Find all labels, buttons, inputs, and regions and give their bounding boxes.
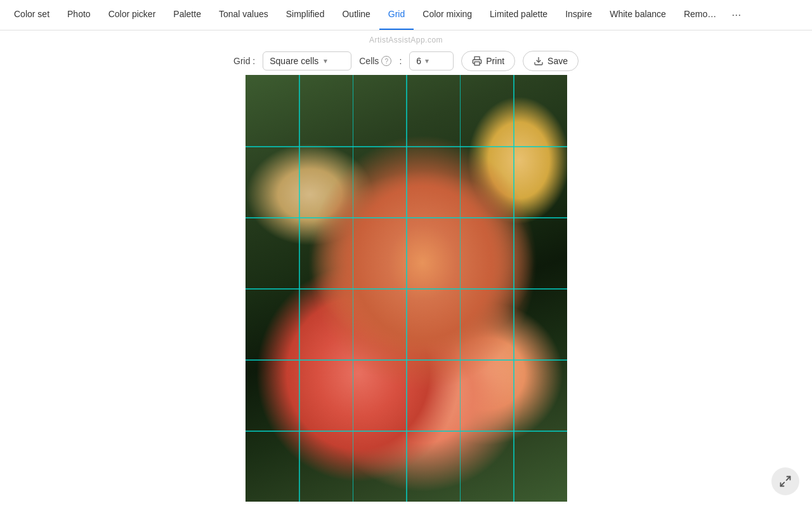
print-button[interactable]: Print [461,51,515,71]
chevron-down-icon: ▾ [324,57,327,65]
nav-item-grid[interactable]: Grid [379,0,414,30]
fullscreen-icon [779,475,792,488]
nav-item-photo[interactable]: Photo [58,0,100,30]
nav-item-tonal-values[interactable]: Tonal values [210,0,277,30]
nav-item-color-picker[interactable]: Color picker [100,0,165,30]
save-button[interactable]: Save [523,51,579,71]
nav-item-simplified[interactable]: Simplified [277,0,334,30]
grid-label: Grid : [233,56,255,66]
nav-item-color-set[interactable]: Color set [5,0,58,30]
svg-rect-0 [475,62,480,65]
photo-image [246,75,567,502]
nav-item-color-mixing[interactable]: Color mixing [414,0,481,30]
cells-value: 6 [416,56,421,66]
toolbar: Grid : Square cells ▾ Cells ? : 6 ▾ Prin… [233,51,579,71]
nav-more-button[interactable]: ··· [725,0,747,30]
nav-item-remove[interactable]: Remo… [675,0,725,30]
grid-type-value: Square cells [270,56,318,66]
grid-type-select[interactable]: Square cells ▾ [263,51,351,70]
image-container [0,75,812,502]
nav-item-limited-palette[interactable]: Limited palette [481,0,556,30]
cells-help-icon[interactable]: ? [381,56,391,66]
navbar: Color setPhotoColor pickerPaletteTonal v… [0,0,812,30]
save-label: Save [547,56,568,66]
nav-item-inspire[interactable]: Inspire [556,0,601,30]
colon: : [399,56,402,66]
nav-item-white-balance[interactable]: White balance [601,0,675,30]
save-icon [534,56,544,66]
fullscreen-button[interactable] [771,467,799,495]
printer-icon [472,56,482,66]
cells-text: Cells [359,56,379,66]
nav-item-outline[interactable]: Outline [333,0,379,30]
cells-label-group: Cells ? [359,56,391,66]
brand-label: ArtistAssistApp.com [369,36,443,44]
nav-item-palette[interactable]: Palette [164,0,210,30]
print-label: Print [486,56,504,66]
chevron-down-icon-cells: ▾ [425,57,429,65]
grid-image-wrapper [246,75,567,502]
cells-select[interactable]: 6 ▾ [409,51,454,70]
